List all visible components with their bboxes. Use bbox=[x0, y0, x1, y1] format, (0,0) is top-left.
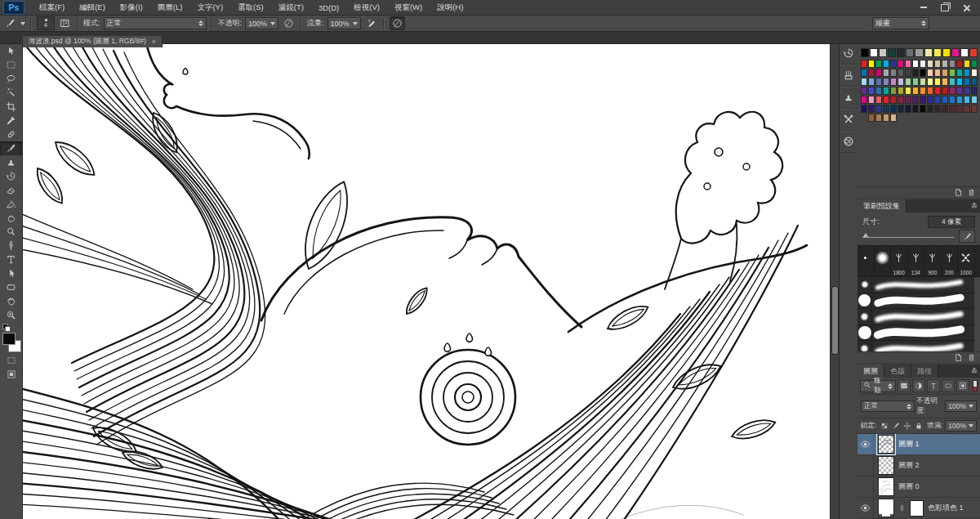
swatch[interactable] bbox=[861, 105, 867, 113]
swatch[interactable] bbox=[912, 78, 919, 86]
document-tab[interactable]: 海波浪.psd @ 100% (圖層 1, RGB/8#) × bbox=[23, 36, 163, 47]
layer-row-圖層 1[interactable]: 圖層 1 bbox=[858, 434, 980, 455]
filter-pixel-button[interactable] bbox=[898, 379, 911, 392]
brush-tool[interactable] bbox=[0, 141, 22, 155]
brush-stroke-row[interactable] bbox=[858, 277, 974, 293]
menu-item-6[interactable]: 選取(S) bbox=[230, 2, 271, 13]
visibility-toggle[interactable] bbox=[858, 476, 874, 497]
smudge-tool[interactable] bbox=[0, 211, 22, 225]
swatch[interactable] bbox=[942, 60, 948, 68]
swatch[interactable] bbox=[875, 69, 882, 77]
brush-preset-1000[interactable]: 1000 bbox=[958, 246, 975, 276]
menu-item-8[interactable]: 3D(D) bbox=[311, 3, 346, 12]
layer-thumbnail[interactable] bbox=[878, 499, 894, 517]
swatch[interactable] bbox=[964, 87, 970, 95]
swatch[interactable] bbox=[883, 60, 889, 68]
layer-filter-dropdown[interactable]: 種類 bbox=[860, 380, 896, 392]
swatch[interactable] bbox=[942, 48, 951, 57]
layer-row-圖層 2[interactable]: 圖層 2 bbox=[858, 455, 980, 476]
brush-panel-flyout-button[interactable] bbox=[840, 65, 858, 87]
swatch[interactable] bbox=[924, 48, 933, 57]
filter-switch-toggle[interactable] bbox=[973, 380, 978, 392]
swatch[interactable] bbox=[861, 96, 867, 104]
swatch[interactable] bbox=[915, 48, 923, 57]
panel-menu-icon[interactable] bbox=[970, 367, 978, 377]
layer-row-圖層 0[interactable]: 圖層 0 bbox=[858, 476, 980, 498]
quick-mask-button[interactable] bbox=[0, 353, 22, 367]
swatch[interactable] bbox=[905, 69, 911, 77]
swatch[interactable] bbox=[875, 78, 882, 86]
menu-item-2[interactable]: 編輯(E) bbox=[72, 2, 113, 13]
brush-stroke-row[interactable] bbox=[858, 293, 974, 310]
swatch[interactable] bbox=[883, 105, 889, 113]
swatch[interactable] bbox=[875, 60, 882, 68]
swatch[interactable] bbox=[942, 78, 948, 86]
crop-tool[interactable] bbox=[0, 100, 22, 114]
swatch[interactable] bbox=[897, 48, 905, 57]
shape-tool[interactable] bbox=[0, 280, 22, 294]
swatch[interactable] bbox=[956, 69, 963, 77]
swatch[interactable] bbox=[920, 60, 926, 68]
swatch[interactable] bbox=[861, 48, 869, 57]
clone-stamp-tool[interactable] bbox=[0, 155, 22, 169]
delete-brush-button[interactable] bbox=[967, 351, 976, 365]
path-selection-tool[interactable] bbox=[0, 266, 22, 280]
swatch[interactable] bbox=[898, 96, 904, 104]
swatch[interactable] bbox=[898, 69, 904, 77]
swatch[interactable] bbox=[912, 96, 919, 104]
dodge-tool[interactable] bbox=[0, 225, 22, 239]
swatch[interactable] bbox=[898, 87, 904, 95]
swatch[interactable] bbox=[898, 105, 904, 113]
magic-wand-tool[interactable] bbox=[0, 86, 22, 100]
default-colors-icon[interactable] bbox=[2, 324, 10, 331]
swatch[interactable] bbox=[905, 87, 911, 95]
swatch[interactable] bbox=[868, 87, 875, 95]
swatch[interactable] bbox=[934, 105, 941, 113]
swatch[interactable] bbox=[875, 114, 882, 122]
brush-preset-200[interactable]: 200 bbox=[942, 246, 959, 276]
swatch[interactable] bbox=[890, 60, 897, 68]
swatch[interactable] bbox=[951, 48, 960, 57]
menu-item-10[interactable]: 視窗(W) bbox=[387, 2, 430, 13]
lock-transparency-button[interactable] bbox=[879, 421, 889, 432]
menu-item-9[interactable]: 檢視(V) bbox=[346, 2, 387, 13]
swatch[interactable] bbox=[956, 96, 963, 104]
swatch[interactable] bbox=[927, 105, 933, 113]
panel-menu-icon[interactable] bbox=[970, 202, 978, 212]
type-tool[interactable] bbox=[0, 253, 22, 266]
tablet-pressure-size-button[interactable] bbox=[390, 16, 405, 30]
swatch[interactable] bbox=[927, 69, 933, 77]
swatch[interactable] bbox=[949, 69, 956, 77]
layer-opacity-dropdown[interactable]: 100% bbox=[945, 400, 977, 412]
swatch[interactable] bbox=[888, 48, 896, 57]
menu-item-5[interactable]: 文字(Y) bbox=[189, 2, 230, 13]
swatch[interactable] bbox=[905, 78, 911, 86]
swatch[interactable] bbox=[971, 60, 978, 68]
lasso-tool[interactable] bbox=[0, 72, 22, 86]
brush-preset-round[interactable] bbox=[858, 246, 875, 276]
swatch[interactable] bbox=[934, 87, 941, 95]
healing-brush-tool[interactable] bbox=[0, 128, 22, 141]
tab-圖層[interactable]: 圖層 bbox=[858, 365, 884, 378]
tab-brush-presets[interactable]: 筆刷預設集 bbox=[858, 199, 906, 213]
filter-shape-button[interactable] bbox=[942, 379, 955, 392]
swatch[interactable] bbox=[883, 87, 889, 95]
swatch[interactable] bbox=[890, 114, 897, 122]
swatch[interactable] bbox=[949, 96, 956, 104]
swatch[interactable] bbox=[868, 60, 875, 68]
swatch[interactable] bbox=[912, 87, 919, 95]
swatch[interactable] bbox=[912, 60, 919, 68]
swatch[interactable] bbox=[964, 96, 970, 104]
swatch[interactable] bbox=[949, 87, 956, 95]
swatch[interactable] bbox=[870, 48, 878, 57]
swatch[interactable] bbox=[883, 69, 889, 77]
swatch[interactable] bbox=[927, 60, 933, 68]
swatch[interactable] bbox=[861, 69, 867, 77]
foreground-color-swatch[interactable] bbox=[2, 333, 16, 345]
menu-item-3[interactable]: 影像(I) bbox=[113, 2, 150, 13]
airbrush-button[interactable] bbox=[364, 17, 378, 29]
marquee-tool[interactable] bbox=[0, 58, 22, 72]
canvas-vertical-scrollbar[interactable] bbox=[830, 44, 839, 519]
swatch[interactable] bbox=[906, 48, 914, 57]
swatch[interactable] bbox=[927, 78, 933, 86]
